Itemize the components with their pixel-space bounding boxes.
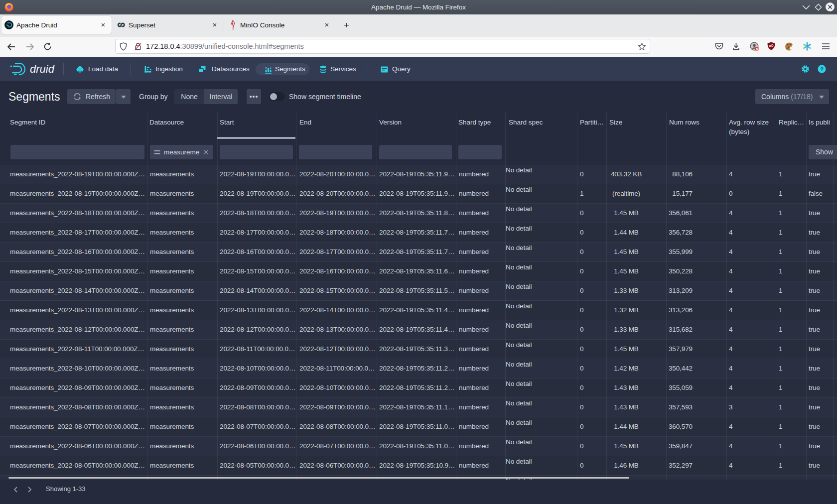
svg-text:uO: uO bbox=[769, 44, 773, 47]
svg-text:?: ? bbox=[820, 66, 824, 72]
